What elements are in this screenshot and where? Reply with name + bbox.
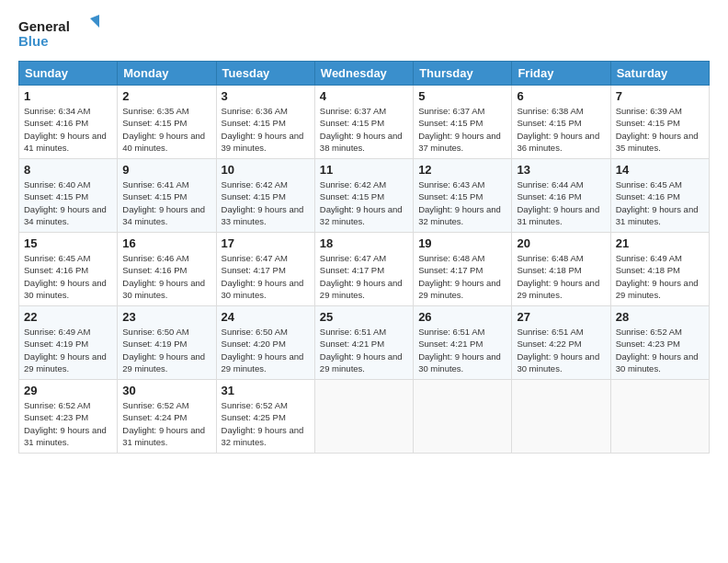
day-number: 12 (418, 163, 506, 177)
calendar-cell: 9Sunrise: 6:41 AMSunset: 4:15 PMDaylight… (118, 159, 216, 233)
calendar-cell: 24Sunrise: 6:50 AMSunset: 4:20 PMDayligh… (216, 306, 314, 380)
day-info: Sunrise: 6:49 AMSunset: 4:19 PMDaylight:… (24, 326, 112, 374)
day-number: 23 (122, 310, 210, 324)
day-info: Sunrise: 6:51 AMSunset: 4:21 PMDaylight:… (320, 326, 408, 374)
day-info: Sunrise: 6:35 AMSunset: 4:15 PMDaylight:… (122, 105, 210, 154)
calendar-week-2: 8Sunrise: 6:40 AMSunset: 4:15 PMDaylight… (19, 159, 710, 233)
day-number: 19 (418, 236, 506, 250)
day-number: 27 (517, 310, 605, 324)
day-number: 25 (320, 310, 408, 324)
day-info: Sunrise: 6:37 AMSunset: 4:15 PMDaylight:… (418, 105, 506, 154)
calendar-cell: 30Sunrise: 6:52 AMSunset: 4:24 PMDayligh… (118, 380, 216, 454)
calendar-cell: 15Sunrise: 6:45 AMSunset: 4:16 PMDayligh… (19, 233, 118, 306)
calendar-cell (610, 380, 709, 454)
col-header-wednesday: Wednesday (314, 62, 413, 86)
calendar-cell: 26Sunrise: 6:51 AMSunset: 4:21 PMDayligh… (414, 306, 512, 380)
day-number: 4 (320, 89, 408, 103)
calendar-week-3: 15Sunrise: 6:45 AMSunset: 4:16 PMDayligh… (19, 233, 710, 306)
day-info: Sunrise: 6:51 AMSunset: 4:21 PMDaylight:… (418, 326, 506, 374)
day-info: Sunrise: 6:39 AMSunset: 4:15 PMDaylight:… (616, 105, 704, 154)
day-number: 8 (24, 163, 112, 177)
day-number: 18 (320, 236, 408, 250)
day-number: 29 (24, 384, 112, 397)
day-info: Sunrise: 6:48 AMSunset: 4:17 PMDaylight:… (418, 252, 506, 301)
day-info: Sunrise: 6:49 AMSunset: 4:18 PMDaylight:… (616, 252, 704, 301)
day-info: Sunrise: 6:45 AMSunset: 4:16 PMDaylight:… (24, 252, 112, 301)
day-info: Sunrise: 6:52 AMSunset: 4:23 PMDaylight:… (616, 326, 704, 374)
day-number: 6 (517, 89, 605, 103)
calendar-cell: 5Sunrise: 6:37 AMSunset: 4:15 PMDaylight… (414, 86, 512, 159)
calendar-week-1: 1Sunrise: 6:34 AMSunset: 4:16 PMDaylight… (19, 86, 710, 159)
svg-text:General: General (18, 18, 70, 34)
day-info: Sunrise: 6:48 AMSunset: 4:18 PMDaylight:… (517, 252, 605, 301)
calendar-cell: 21Sunrise: 6:49 AMSunset: 4:18 PMDayligh… (610, 233, 709, 306)
calendar-cell: 13Sunrise: 6:44 AMSunset: 4:16 PMDayligh… (512, 159, 610, 233)
calendar-cell: 22Sunrise: 6:49 AMSunset: 4:19 PMDayligh… (19, 306, 118, 380)
day-number: 14 (616, 163, 704, 177)
calendar-cell: 11Sunrise: 6:42 AMSunset: 4:15 PMDayligh… (314, 159, 413, 233)
day-info: Sunrise: 6:46 AMSunset: 4:16 PMDaylight:… (122, 252, 210, 301)
day-info: Sunrise: 6:37 AMSunset: 4:15 PMDaylight:… (320, 105, 408, 154)
day-number: 22 (24, 310, 112, 324)
col-header-sunday: Sunday (19, 62, 118, 86)
header: General Blue (18, 15, 710, 52)
day-number: 15 (24, 236, 112, 250)
calendar-week-4: 22Sunrise: 6:49 AMSunset: 4:19 PMDayligh… (19, 306, 710, 380)
col-header-thursday: Thursday (414, 62, 512, 86)
calendar-cell: 19Sunrise: 6:48 AMSunset: 4:17 PMDayligh… (414, 233, 512, 306)
day-number: 16 (122, 236, 210, 250)
day-info: Sunrise: 6:47 AMSunset: 4:17 PMDaylight:… (320, 252, 408, 301)
calendar-cell: 2Sunrise: 6:35 AMSunset: 4:15 PMDaylight… (118, 86, 216, 159)
col-header-monday: Monday (118, 62, 216, 86)
calendar-cell: 1Sunrise: 6:34 AMSunset: 4:16 PMDaylight… (19, 86, 118, 159)
day-info: Sunrise: 6:38 AMSunset: 4:15 PMDaylight:… (517, 105, 605, 154)
svg-marker-2 (90, 15, 99, 28)
day-number: 2 (122, 89, 210, 103)
calendar-cell: 12Sunrise: 6:43 AMSunset: 4:15 PMDayligh… (414, 159, 512, 233)
day-info: Sunrise: 6:44 AMSunset: 4:16 PMDaylight:… (517, 178, 605, 227)
day-info: Sunrise: 6:52 AMSunset: 4:24 PMDaylight:… (122, 399, 210, 448)
day-info: Sunrise: 6:51 AMSunset: 4:22 PMDaylight:… (517, 326, 605, 374)
svg-text:Blue: Blue (18, 33, 49, 49)
calendar-header-row: SundayMondayTuesdayWednesdayThursdayFrid… (19, 62, 710, 86)
calendar-cell: 8Sunrise: 6:40 AMSunset: 4:15 PMDaylight… (19, 159, 118, 233)
day-number: 5 (418, 89, 506, 103)
day-info: Sunrise: 6:40 AMSunset: 4:15 PMDaylight:… (24, 178, 112, 227)
calendar-cell (512, 380, 610, 454)
day-number: 20 (517, 236, 605, 250)
col-header-tuesday: Tuesday (216, 62, 314, 86)
day-info: Sunrise: 6:34 AMSunset: 4:16 PMDaylight:… (24, 105, 112, 154)
day-number: 7 (616, 89, 704, 103)
calendar-table: SundayMondayTuesdayWednesdayThursdayFrid… (18, 61, 710, 454)
day-info: Sunrise: 6:36 AMSunset: 4:15 PMDaylight:… (222, 105, 310, 154)
day-info: Sunrise: 6:50 AMSunset: 4:20 PMDaylight:… (222, 326, 310, 374)
page: General Blue SundayMondayTuesdayWednesda… (0, 0, 728, 563)
day-info: Sunrise: 6:42 AMSunset: 4:15 PMDaylight:… (222, 178, 310, 227)
day-info: Sunrise: 6:43 AMSunset: 4:15 PMDaylight:… (418, 178, 506, 227)
day-number: 13 (517, 163, 605, 177)
calendar-cell: 3Sunrise: 6:36 AMSunset: 4:15 PMDaylight… (216, 86, 314, 159)
day-number: 10 (222, 163, 310, 177)
day-number: 24 (222, 310, 310, 324)
calendar-cell: 10Sunrise: 6:42 AMSunset: 4:15 PMDayligh… (216, 159, 314, 233)
col-header-friday: Friday (512, 62, 610, 86)
calendar-cell: 17Sunrise: 6:47 AMSunset: 4:17 PMDayligh… (216, 233, 314, 306)
day-number: 11 (320, 163, 408, 177)
day-info: Sunrise: 6:42 AMSunset: 4:15 PMDaylight:… (320, 178, 408, 227)
calendar-cell: 16Sunrise: 6:46 AMSunset: 4:16 PMDayligh… (118, 233, 216, 306)
calendar-week-5: 29Sunrise: 6:52 AMSunset: 4:23 PMDayligh… (19, 380, 710, 454)
day-info: Sunrise: 6:50 AMSunset: 4:19 PMDaylight:… (122, 326, 210, 374)
day-info: Sunrise: 6:52 AMSunset: 4:25 PMDaylight:… (222, 399, 310, 448)
calendar-cell: 31Sunrise: 6:52 AMSunset: 4:25 PMDayligh… (216, 380, 314, 454)
calendar-cell: 6Sunrise: 6:38 AMSunset: 4:15 PMDaylight… (512, 86, 610, 159)
day-number: 3 (222, 89, 310, 103)
day-number: 9 (122, 163, 210, 177)
col-header-saturday: Saturday (610, 62, 709, 86)
calendar-cell: 25Sunrise: 6:51 AMSunset: 4:21 PMDayligh… (314, 306, 413, 380)
day-number: 30 (122, 384, 210, 397)
calendar-cell: 7Sunrise: 6:39 AMSunset: 4:15 PMDaylight… (610, 86, 709, 159)
calendar-cell: 28Sunrise: 6:52 AMSunset: 4:23 PMDayligh… (610, 306, 709, 380)
day-number: 17 (222, 236, 310, 250)
calendar-cell: 14Sunrise: 6:45 AMSunset: 4:16 PMDayligh… (610, 159, 709, 233)
logo: General Blue (18, 15, 101, 52)
